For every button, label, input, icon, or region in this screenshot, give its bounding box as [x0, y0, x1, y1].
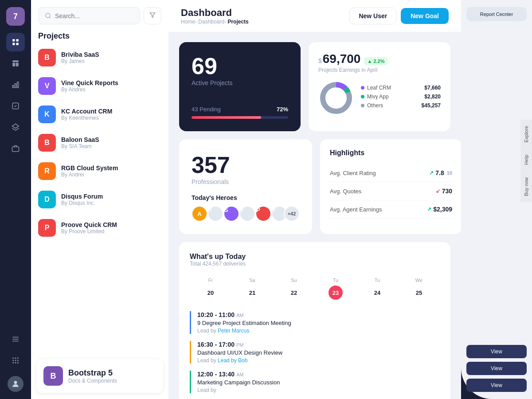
- legend-name: Leaf CRM: [367, 85, 391, 91]
- projects-title: Projects: [38, 31, 161, 41]
- nav-icon-menu[interactable]: [6, 330, 25, 348]
- view-button[interactable]: View: [466, 362, 527, 375]
- content-area: 69 Active Projects 43 Pending 72% $: [168, 32, 461, 399]
- project-by: By Andres: [61, 86, 118, 93]
- day-name: We: [415, 278, 422, 283]
- project-by: By James: [61, 58, 99, 64]
- svg-marker-28: [150, 13, 155, 18]
- svg-rect-9: [17, 82, 19, 88]
- nav-icon-chart[interactable]: [6, 75, 25, 94]
- search-input[interactable]: [55, 12, 133, 20]
- event-time: 16:30 - 17:00 PM: [197, 341, 440, 348]
- header: Dashboard Home- Dashboard- Projects New …: [168, 0, 461, 32]
- legend-item: Leaf CRM $7,660: [361, 85, 441, 91]
- right-panel: Report Cecnter ExploreHelpBuy now ViewVi…: [461, 0, 532, 399]
- report-center-button[interactable]: Report Cecnter: [466, 7, 527, 21]
- side-label[interactable]: Explore: [520, 120, 532, 149]
- calendar-days: Fr 20 Sa 21 Su 22 Tu 23 Tu 24 We 25: [190, 274, 440, 303]
- nav-icon-check[interactable]: [6, 97, 25, 115]
- calendar-day: Tu 24: [356, 274, 398, 303]
- svg-point-22: [12, 362, 14, 364]
- svg-point-20: [15, 360, 16, 361]
- svg-rect-3: [16, 43, 19, 45]
- highlights-card: Highlights Avg. Client Rating ↗7.810 Avg…: [320, 139, 461, 234]
- project-logo: P: [38, 219, 56, 237]
- project-list-item[interactable]: R RGB Cloud System By Andrei: [35, 158, 165, 184]
- breadcrumb-home: Home-: [181, 19, 197, 25]
- day-number: 24: [370, 286, 384, 300]
- svg-rect-1: [16, 39, 19, 41]
- bootstrap-card[interactable]: B Bootstrap 5 Docs & Components: [36, 359, 163, 393]
- earnings-card: $ 69,700 ▲ 2.2% Projects Earnings in Apr…: [309, 42, 450, 131]
- calendar-events: 10:20 - 11:00 AM 9 Degree Project Estima…: [190, 311, 440, 393]
- event-lead: Lead by Lead by Bob: [197, 357, 440, 364]
- calendar-title: What's up Today: [190, 253, 440, 261]
- breadcrumb: Home- Dashboard- Projects: [181, 19, 249, 25]
- nav-icon-grid2[interactable]: [6, 351, 25, 370]
- calendar-event: 16:30 - 17:00 PM Dashboard UI/UX Design …: [190, 341, 440, 364]
- calendar-day: Fr 20: [190, 274, 231, 303]
- sidebar-nav: 7: [0, 0, 31, 399]
- event-lead: Lead by Peter Marcus: [197, 328, 440, 334]
- svg-point-21: [17, 360, 19, 361]
- progress-bar-bg: [192, 116, 288, 119]
- view-button[interactable]: View: [466, 345, 527, 358]
- day-number: 22: [287, 286, 301, 300]
- hero-avatar: A: [192, 206, 207, 222]
- project-logo: V: [38, 77, 56, 95]
- calendar-event: 12:00 - 13:40 AM Marketing Campaign Disc…: [190, 371, 440, 393]
- side-label[interactable]: Help: [520, 149, 532, 171]
- user-bottom-avatar[interactable]: [8, 376, 23, 392]
- highlight-value: ↙730: [436, 188, 452, 195]
- calendar-day[interactable]: Tu 23: [315, 274, 356, 303]
- project-list-item[interactable]: K KC Account CRM By Keenthemes: [35, 101, 165, 128]
- project-list-item[interactable]: B Baloon SaaS By SIA Team: [35, 129, 165, 156]
- day-number: 20: [203, 286, 218, 300]
- heroes-avatars: A?S?P?+42: [192, 206, 300, 222]
- hero-avatar: P: [255, 206, 271, 222]
- svg-point-26: [46, 13, 50, 18]
- legend-value: $45,257: [422, 102, 441, 109]
- view-button[interactable]: View: [466, 379, 527, 392]
- svg-rect-7: [12, 86, 14, 88]
- earnings-dollar: $: [318, 57, 322, 64]
- svg-marker-11: [12, 124, 19, 129]
- legend-item: Mivy App $2,820: [361, 94, 441, 100]
- active-projects-card: 69 Active Projects 43 Pending 72%: [179, 42, 301, 131]
- new-goal-button[interactable]: New Goal: [401, 8, 449, 24]
- day-number: 23: [329, 286, 343, 300]
- project-name: KC Account CRM: [61, 108, 112, 115]
- event-time: 10:20 - 11:00 AM: [197, 311, 440, 318]
- project-list-item[interactable]: D Disqus Forum By Disqus Inc.: [35, 186, 165, 213]
- earnings-badge: ▲ 2.2%: [364, 57, 387, 65]
- active-projects-number: 69: [192, 55, 288, 78]
- nav-icon-blocks[interactable]: [6, 54, 25, 73]
- highlight-value: ↗$2,309: [427, 206, 452, 213]
- svg-rect-0: [12, 39, 15, 41]
- bootstrap-sublabel: Docs & Components: [68, 378, 117, 384]
- event-name: Marketing Campaign Discussion: [197, 379, 440, 386]
- day-name: Su: [291, 278, 297, 283]
- main-area: Dashboard Home- Dashboard- Projects New …: [168, 0, 461, 399]
- filter-button[interactable]: [144, 7, 161, 24]
- project-logo: R: [38, 162, 56, 180]
- new-user-button[interactable]: New User: [349, 8, 396, 24]
- nav-icon-grid[interactable]: [6, 33, 25, 51]
- project-logo: K: [38, 106, 56, 123]
- project-list-item[interactable]: P Proove Quick CRM By Proove Limited: [35, 215, 165, 241]
- svg-point-17: [15, 357, 16, 359]
- donut-chart: [318, 80, 354, 116]
- nav-icon-layers[interactable]: [6, 118, 25, 137]
- svg-point-24: [17, 362, 19, 364]
- project-by: By SIA Team: [61, 143, 99, 149]
- project-name: RGB Cloud System: [61, 164, 118, 172]
- highlight-row: Avg. Client Rating ↗7.810: [330, 164, 452, 182]
- nav-icon-briefcase[interactable]: [6, 139, 25, 158]
- project-list-item[interactable]: B Briviba SaaS By James: [35, 44, 165, 71]
- project-logo: B: [38, 134, 56, 152]
- earnings-subtitle: Projects Earnings in April: [318, 67, 441, 73]
- project-list-item[interactable]: V Vine Quick Reports By Andres: [35, 73, 165, 99]
- side-label[interactable]: Buy now: [520, 171, 532, 202]
- progress-bar-fill: [192, 116, 261, 119]
- project-name: Disqus Forum: [61, 193, 103, 200]
